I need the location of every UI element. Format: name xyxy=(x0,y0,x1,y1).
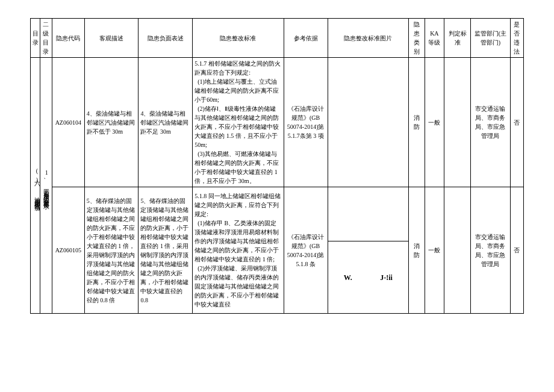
standard-cell: 5.1.8 同一地上储罐区相邻罐组储罐之间的防火距离，应符合下列规定: (1)储… xyxy=(193,187,284,314)
illegal-cell: 否 xyxy=(510,58,524,187)
dept-cell: 市交通运输局、市商务局、市应急管理局 xyxy=(471,187,510,314)
image-mark-j: J-!ii xyxy=(380,272,393,283)
header-row: 目录 二级目录 隐患代码 客观描述 隐患负面表述 隐患整改标准 参考依据 隐患整… xyxy=(31,19,524,58)
table-row: (六) 油库专用检查指引 1、平面布局及周边安全距离要求 AZ060104 4、… xyxy=(31,58,524,187)
inspection-table: 目录 二级目录 隐患代码 客观描述 隐患负面表述 隐患整改标准 参考依据 隐患整… xyxy=(30,18,524,314)
negative-cell: 5、储存煤油的固定顶储罐与其他储罐组相邻储罐之间的防火距离，小于相邻储罐中较大罐… xyxy=(138,187,193,314)
header-supervise-dept: 监管部门(主管部门) xyxy=(471,19,510,58)
header-catalog: 目录 xyxy=(31,19,40,58)
image-cell-lower: W. J-!ii xyxy=(328,241,409,314)
reference-cell: 《石油库设计规范》(GB 50074-2014)第5.1.8 条 xyxy=(284,187,328,314)
category-cell: 消防 xyxy=(409,58,425,187)
sub-catalog-cell: 1、平面布局及周边安全距离要求 xyxy=(40,58,52,314)
header-negative-desc: 隐患负面表述 xyxy=(138,19,193,58)
catalog-cell: (六) 油库专用检查指引 xyxy=(31,58,40,314)
header-rectify-image: 隐患整改标准图片 xyxy=(328,19,409,58)
header-ka-level: KA等级 xyxy=(425,19,444,58)
ka-cell: 一般 xyxy=(425,187,444,314)
reference-cell: 《石油库设计规范》(GB 50074-2014)第5.1.7条第 3 项 xyxy=(284,58,328,187)
header-objective-desc: 客观描述 xyxy=(84,19,138,58)
code-cell: AZ060105 xyxy=(52,187,84,314)
category-cell: 消防 xyxy=(409,187,425,314)
negative-cell: 4、柴油储罐与相邻罐区汽油储罐间距不足 30m xyxy=(138,58,193,187)
header-hazard-category: 隐患类别 xyxy=(409,19,425,58)
objective-cell: 5、储存煤油的固定顶储罐与其他储罐组相邻储罐之间的防火距离，不应小于相邻储罐中较… xyxy=(84,187,138,314)
table-row: AZ060105 5、储存煤油的固定顶储罐与其他储罐组相邻储罐之间的防火距离，不… xyxy=(31,187,524,241)
header-judge-standard: 判定标准 xyxy=(444,19,471,58)
judge-cell xyxy=(444,58,471,187)
ka-cell: 一般 xyxy=(425,58,444,187)
image-cell-upper xyxy=(328,187,409,241)
header-reference: 参考依据 xyxy=(284,19,328,58)
image-cell xyxy=(328,58,409,187)
header-is-illegal: 是否违法 xyxy=(510,19,524,58)
image-mark-w: W. xyxy=(344,272,352,283)
dept-cell: 市交通运输局、市商务局、市应急管理局 xyxy=(471,58,510,187)
illegal-cell: 否 xyxy=(510,187,524,314)
header-sub-catalog: 二级目录 xyxy=(40,19,52,58)
objective-cell: 4、柴油储罐与相邻罐区汽油储罐间距不低于 30m xyxy=(84,58,138,187)
judge-cell xyxy=(444,187,471,314)
standard-cell: 5.1.7 相邻储罐区储罐之间的防火距离应符合下列规定: (1)地上储罐区与覆土… xyxy=(193,58,284,187)
header-hazard-code: 隐患代码 xyxy=(52,19,84,58)
header-rectify-standard: 隐患整改标准 xyxy=(193,19,284,58)
code-cell: AZ060104 xyxy=(52,58,84,187)
